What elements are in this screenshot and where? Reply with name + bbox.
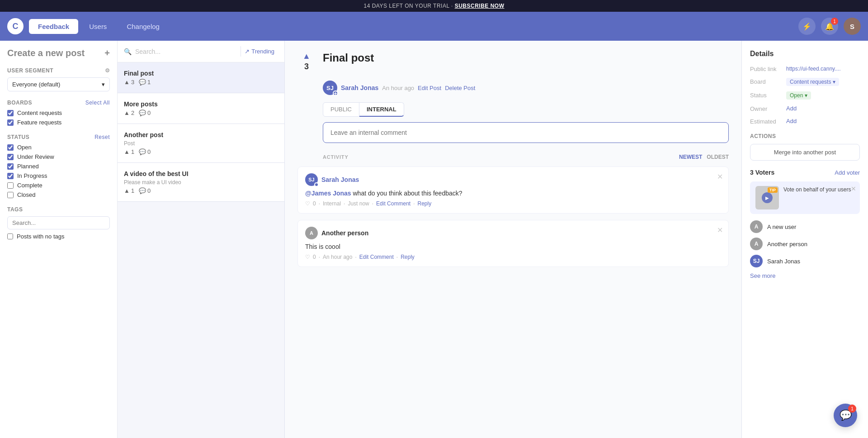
voter-avatar-1: A — [750, 238, 763, 250]
post-detail-header: ▲ 3 Final post — [297, 52, 729, 71]
search-icon: 🔍 — [124, 48, 132, 55]
nav-tab-users[interactable]: Users — [80, 19, 116, 34]
board-content-requests[interactable]: Content requests — [7, 110, 110, 116]
upvote-button[interactable]: ▲ — [302, 52, 311, 61]
tab-public[interactable]: PUBLIC — [323, 102, 359, 117]
voter-item-2: SJ Sarah Jonas — [750, 255, 860, 267]
post-item-video[interactable]: A video of the best UI Please make a UI … — [118, 163, 284, 202]
detail-owner: Owner Add — [750, 105, 860, 112]
segment-dropdown[interactable]: Everyone (default) ▾ — [7, 77, 110, 91]
comment-close-1[interactable]: ✕ — [717, 226, 723, 234]
sort-newest[interactable]: NEWEST — [679, 154, 702, 160]
status-complete[interactable]: Complete — [7, 182, 110, 189]
post-search-input[interactable] — [135, 48, 235, 55]
comment-author-0[interactable]: Sarah Jonas — [321, 176, 359, 183]
detail-status: Status Open ▾ — [750, 91, 860, 100]
sort-oldest[interactable]: OLDEST — [707, 154, 729, 160]
status-header: Status Reset — [7, 134, 110, 140]
board-content-requests-checkbox[interactable] — [7, 110, 14, 116]
create-post-button[interactable]: Create a new post + — [7, 48, 110, 58]
public-link[interactable]: https://ui-feed.canny.... — [786, 66, 841, 72]
comment-card-1: ✕ A Another person This is coool ♡ 0 · A… — [297, 220, 729, 267]
tip-card: ✕ TIP ▶ Vote on behalf of your users — [750, 181, 860, 214]
status-planned[interactable]: Planned — [7, 163, 110, 170]
voters-section: 3 Voters Add voter ✕ TIP ▶ Vote on behal… — [750, 169, 860, 279]
status-under-review[interactable]: Under Review — [7, 153, 110, 160]
edit-post-button[interactable]: Edit Post — [418, 85, 441, 91]
chevron-icon: ▾ — [833, 79, 835, 85]
select-all-link[interactable]: Select All — [85, 100, 110, 106]
post-comments-1: 💬 0 — [139, 110, 151, 116]
vote-count: 3 — [304, 62, 309, 71]
status-reset-link[interactable]: Reset — [94, 134, 110, 140]
comment-footer-1: ♡ 0 · An hour ago · Edit Comment · Reply — [305, 254, 721, 260]
reply-comment-1[interactable]: Reply — [401, 254, 415, 260]
user-segment-title: User Segment ⚙ — [7, 67, 110, 74]
tab-internal[interactable]: INTERNAL — [359, 102, 404, 117]
comment-input-wrapper — [297, 122, 729, 143]
nav-tab-changelog[interactable]: Changelog — [118, 19, 169, 34]
detail-board: Board Content requests ▾ — [750, 78, 860, 86]
lightning-icon-btn[interactable]: ⚡ — [798, 18, 816, 35]
add-voter-button[interactable]: Add voter — [835, 169, 860, 176]
gear-icon[interactable]: ⚙ — [105, 67, 110, 74]
status-closed[interactable]: Closed — [7, 191, 110, 198]
notification-icon-btn[interactable]: 🔔 1 — [821, 18, 838, 35]
owner-add-button[interactable]: Add — [786, 105, 797, 112]
status-tag[interactable]: Open ▾ — [786, 91, 811, 100]
merge-button[interactable]: Merge into another post — [750, 144, 860, 161]
create-post-plus-icon: + — [104, 48, 110, 58]
delete-post-button[interactable]: Delete Post — [445, 85, 475, 91]
edit-comment-0[interactable]: Edit Comment — [376, 200, 410, 207]
comment-close-0[interactable]: ✕ — [717, 172, 723, 181]
nav-icons: ⚡ 🔔 1 S — [798, 18, 861, 35]
nav-tab-feedback[interactable]: Feedback — [29, 19, 78, 34]
post-comments-0: 💬 1 — [139, 79, 151, 86]
voter-avatar-2: SJ — [750, 255, 763, 267]
tags-search-input[interactable] — [7, 216, 110, 229]
post-item-more-posts[interactable]: More posts ▲ 2 💬 0 — [118, 93, 284, 124]
voter-item-1: A Another person — [750, 238, 860, 250]
comment-avatar-1: A — [305, 227, 318, 239]
tip-text: Vote on behalf of your users — [783, 186, 851, 194]
chat-bubble-button[interactable]: 💬 1 — [834, 404, 857, 427]
like-icon-0[interactable]: ♡ — [305, 200, 310, 207]
like-icon-1[interactable]: ♡ — [305, 254, 310, 260]
post-votes-2: ▲ 1 — [124, 148, 134, 155]
comment-tabs: PUBLIC INTERNAL — [297, 102, 729, 117]
post-time: An hour ago — [382, 85, 414, 91]
edit-comment-1[interactable]: Edit Comment — [359, 254, 394, 260]
comment-author-badge-0 — [314, 182, 319, 187]
no-tags-item[interactable]: Posts with no tags — [7, 233, 110, 240]
comment-card-header-1: A Another person — [305, 227, 721, 239]
user-segment-section: User Segment ⚙ Everyone (default) ▾ — [7, 67, 110, 91]
board-tag[interactable]: Content requests ▾ — [786, 78, 839, 86]
tags-section: Tags Posts with no tags — [7, 206, 110, 240]
actions-title: Actions — [750, 133, 860, 139]
voters-header: 3 Voters Add voter — [750, 169, 860, 176]
post-item-final-post[interactable]: Final post ▲ 3 💬 1 — [118, 62, 284, 93]
estimated-add-button[interactable]: Add — [786, 118, 797, 124]
reply-comment-0[interactable]: Reply — [417, 200, 431, 207]
status-open[interactable]: Open — [7, 144, 110, 151]
nav-avatar[interactable]: S — [844, 18, 861, 35]
subscribe-link[interactable]: SUBSCRIBE NOW — [455, 3, 505, 9]
actions-section: Actions Merge into another post — [750, 133, 860, 161]
post-item-meta-3: ▲ 1 💬 0 — [124, 187, 278, 194]
tip-play-button[interactable]: ▶ — [762, 192, 773, 203]
status-in-progress[interactable]: In Progress — [7, 172, 110, 179]
board-feature-requests-checkbox[interactable] — [7, 119, 14, 126]
author-badge-icon: + — [333, 90, 338, 96]
author-name[interactable]: Sarah Jonas — [341, 84, 378, 91]
board-feature-requests[interactable]: Feature requests — [7, 119, 110, 126]
see-more-link[interactable]: See more — [750, 272, 775, 279]
post-item-another-post[interactable]: Another post Post ▲ 1 💬 0 — [118, 124, 284, 163]
comment-author-1[interactable]: Another person — [321, 229, 368, 237]
tip-close-button[interactable]: ✕ — [851, 185, 856, 192]
tip-thumbnail: TIP ▶ — [755, 186, 779, 209]
trending-button[interactable]: ↗ Trending — [241, 46, 278, 57]
tip-badge: TIP — [768, 187, 778, 193]
chevron-icon: ▾ — [805, 92, 807, 99]
comment-input[interactable] — [323, 122, 729, 143]
voter-avatar-0: A — [750, 220, 763, 233]
